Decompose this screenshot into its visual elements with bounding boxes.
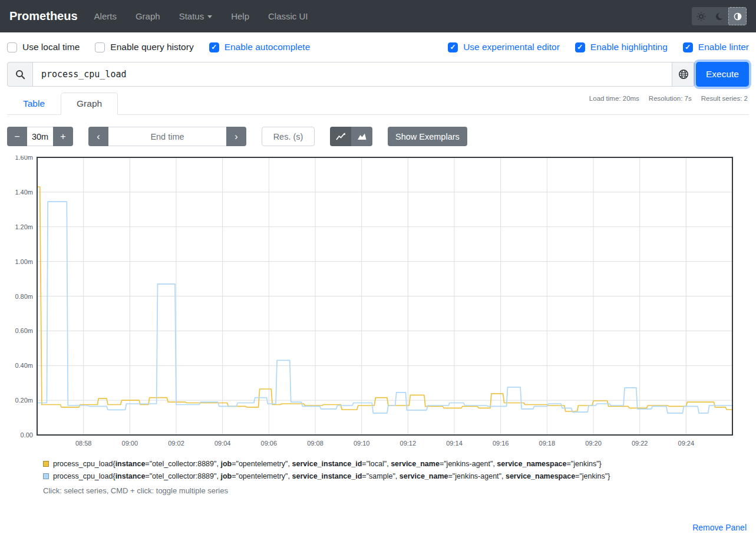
- y-axis-tick: 1.00m: [15, 258, 33, 265]
- y-axis-tick: 1.20m: [15, 223, 33, 230]
- stacked-chart-button[interactable]: [351, 127, 372, 146]
- circle-half-icon: [733, 12, 742, 21]
- x-axis-tick: 09:14: [446, 440, 463, 447]
- dark-theme-button[interactable]: [710, 7, 728, 25]
- query-input[interactable]: [33, 62, 672, 87]
- settings-left-group: Use local time Enable query history ✓ En…: [7, 42, 310, 52]
- end-time-input[interactable]: [108, 127, 226, 146]
- tab-row: Load time: 20ms Resolution: 7s Result se…: [7, 93, 749, 115]
- line-chart-button[interactable]: [330, 127, 351, 146]
- graph-controls: − + ‹ › Show Exemplars: [7, 127, 749, 146]
- graph-canvas[interactable]: 1.60m1.40m1.20m1.00m0.80m0.60m0.40m0.20m…: [7, 156, 749, 449]
- nav-item-alerts[interactable]: Alerts: [94, 11, 117, 21]
- load-time-stat: Load time: 20ms: [589, 95, 639, 102]
- x-axis-tick: 09:16: [493, 440, 509, 447]
- globe-icon: [678, 69, 689, 80]
- checkbox-label: Enable linter: [698, 42, 749, 52]
- checkbox-checked-icon: ✓: [575, 42, 585, 52]
- auto-theme-button[interactable]: [728, 7, 747, 25]
- range-increase-button[interactable]: +: [53, 127, 73, 146]
- y-axis-tick: 1.60m: [15, 156, 33, 161]
- query-bar: Execute: [7, 62, 749, 87]
- chevron-right-icon: ›: [235, 131, 237, 142]
- nav-item-classic-ui[interactable]: Classic UI: [268, 11, 308, 21]
- search-addon: [7, 62, 33, 87]
- x-axis-tick: 09:04: [214, 440, 231, 447]
- x-axis-tick: 08:58: [75, 440, 92, 447]
- line-chart-icon: [336, 132, 346, 141]
- y-axis-tick: 0.80m: [15, 293, 33, 300]
- checkbox-icon: [95, 42, 105, 52]
- checkbox-enable-linter[interactable]: ✓ Enable linter: [683, 42, 749, 52]
- remove-panel-link[interactable]: Remove Panel: [692, 523, 747, 532]
- legend-list: process_cpu_load{instance="otel_collecto…: [43, 460, 749, 480]
- series-line: [37, 202, 732, 413]
- x-axis-tick: 09:02: [168, 440, 184, 447]
- checkbox-checked-icon: ✓: [448, 42, 458, 52]
- series-line: [37, 187, 732, 411]
- time-back-button[interactable]: ‹: [88, 127, 108, 146]
- stacked-chart-icon: [357, 132, 367, 141]
- show-exemplars-button[interactable]: Show Exemplars: [388, 127, 467, 146]
- range-input[interactable]: [27, 127, 53, 146]
- brand-prometheus[interactable]: Prometheus: [9, 9, 78, 23]
- panel-footer: Remove Panel: [0, 522, 747, 533]
- query-stats: Load time: 20ms Resolution: 7s Result se…: [589, 95, 748, 102]
- checkbox-label: Use experimental editor: [463, 42, 560, 52]
- chevron-down-icon: [207, 15, 212, 18]
- checkbox-checked-icon: ✓: [683, 42, 693, 52]
- y-axis-tick: 0.60m: [15, 327, 33, 334]
- settings-right-group: ✓ Use experimental editor ✓ Enable highl…: [448, 42, 749, 52]
- chevron-left-icon: ‹: [97, 131, 100, 142]
- nav-links: Alerts Graph Status Help Classic UI: [94, 11, 308, 21]
- nav-item-graph[interactable]: Graph: [136, 11, 160, 21]
- tab-table[interactable]: Table: [7, 93, 61, 115]
- execute-button[interactable]: Execute: [696, 62, 749, 87]
- metrics-explorer-button[interactable]: [672, 62, 695, 87]
- sun-icon: [696, 12, 706, 21]
- checkbox-label: Enable highlighting: [590, 42, 668, 52]
- navbar: Prometheus Alerts Graph Status Help Clas…: [0, 0, 756, 32]
- y-axis-tick: 0.00: [21, 431, 33, 439]
- checkbox-label: Enable query history: [110, 42, 193, 52]
- checkbox-label: Use local time: [22, 42, 80, 52]
- nav-item-help[interactable]: Help: [231, 11, 249, 21]
- y-axis-tick: 1.40m: [15, 189, 33, 196]
- legend-item[interactable]: process_cpu_load{instance="otel_collecto…: [43, 460, 749, 468]
- end-time-group: ‹ ›: [88, 127, 246, 146]
- checkbox-enable-autocomplete[interactable]: ✓ Enable autocomplete: [209, 42, 311, 52]
- x-axis-tick: 09:18: [539, 440, 556, 447]
- time-forward-button[interactable]: ›: [226, 127, 246, 146]
- moon-icon: [715, 12, 724, 21]
- resolution-stat: Resolution: 7s: [649, 95, 692, 102]
- checkbox-icon: [7, 42, 17, 52]
- x-axis-tick: 09:10: [354, 440, 370, 447]
- search-icon: [15, 70, 25, 80]
- x-axis-tick: 09:00: [122, 440, 138, 447]
- x-axis-tick: 09:22: [632, 440, 648, 447]
- checkbox-enable-query-history[interactable]: Enable query history: [95, 42, 193, 52]
- checkbox-enable-highlighting[interactable]: ✓ Enable highlighting: [575, 42, 668, 52]
- y-axis-tick: 0.40m: [15, 362, 33, 369]
- resolution-input[interactable]: [262, 127, 315, 146]
- legend-swatch: [43, 473, 49, 479]
- checkbox-use-experimental-editor[interactable]: ✓ Use experimental editor: [448, 42, 560, 52]
- checkbox-label: Enable autocomplete: [225, 42, 311, 52]
- y-axis-tick: 0.20m: [15, 397, 33, 404]
- chart-area: 1.60m1.40m1.20m1.00m0.80m0.60m0.40m0.20m…: [7, 156, 749, 451]
- range-decrease-button[interactable]: −: [7, 127, 27, 146]
- settings-row: Use local time Enable query history ✓ En…: [0, 32, 756, 58]
- legend-series-label: process_cpu_load{instance="otel_collecto…: [53, 472, 610, 480]
- legend-series-label: process_cpu_load{instance="otel_collecto…: [53, 460, 602, 468]
- plus-icon: +: [60, 131, 65, 142]
- chart-type-toggle: [330, 127, 372, 146]
- checkbox-checked-icon: ✓: [209, 42, 219, 52]
- checkbox-use-local-time[interactable]: Use local time: [7, 42, 80, 52]
- legend-swatch: [43, 461, 49, 467]
- tab-graph[interactable]: Graph: [61, 93, 118, 115]
- x-axis-tick: 09:06: [261, 440, 278, 447]
- legend-item[interactable]: process_cpu_load{instance="otel_collecto…: [43, 472, 749, 480]
- light-theme-button[interactable]: [692, 7, 710, 25]
- x-axis-tick: 09:24: [678, 440, 695, 447]
- nav-item-status[interactable]: Status: [179, 11, 213, 21]
